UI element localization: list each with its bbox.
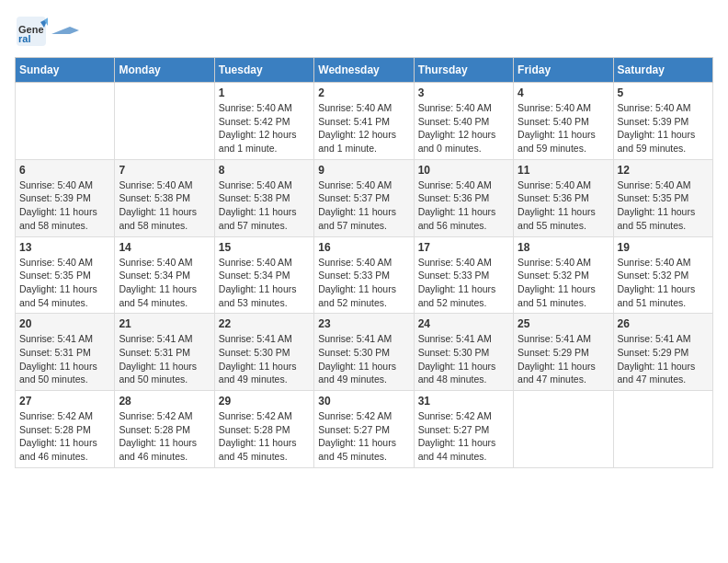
- day-number: 8: [219, 164, 310, 177]
- svg-marker-5: [51, 27, 79, 34]
- calendar-cell: 16Sunrise: 5:40 AMSunset: 5:33 PMDayligh…: [314, 236, 414, 314]
- day-number: 22: [219, 317, 310, 330]
- col-header-wednesday: Wednesday: [314, 58, 414, 83]
- calendar-cell: 5Sunrise: 5:40 AMSunset: 5:39 PMDaylight…: [613, 83, 712, 160]
- day-number: 19: [618, 241, 709, 254]
- day-detail: Sunrise: 5:40 AMSunset: 5:42 PMDaylight:…: [219, 101, 310, 155]
- day-detail: Sunrise: 5:42 AMSunset: 5:28 PMDaylight:…: [19, 409, 110, 464]
- page-header: Gene ral: [15, 15, 713, 48]
- calendar-week-row: 1Sunrise: 5:40 AMSunset: 5:42 PMDaylight…: [16, 83, 713, 160]
- day-number: 11: [518, 164, 609, 177]
- day-detail: Sunrise: 5:41 AMSunset: 5:29 PMDaylight:…: [518, 332, 609, 386]
- calendar-table: SundayMondayTuesdayWednesdayThursdayFrid…: [15, 57, 713, 468]
- calendar-cell: 6Sunrise: 5:40 AMSunset: 5:39 PMDaylight…: [16, 159, 115, 236]
- day-number: 13: [19, 241, 110, 254]
- calendar-cell: [115, 83, 214, 160]
- calendar-cell: 18Sunrise: 5:40 AMSunset: 5:32 PMDayligh…: [514, 236, 613, 314]
- calendar-cell: 14Sunrise: 5:40 AMSunset: 5:34 PMDayligh…: [115, 236, 214, 314]
- col-header-tuesday: Tuesday: [214, 58, 313, 83]
- calendar-cell: 31Sunrise: 5:42 AMSunset: 5:27 PMDayligh…: [414, 391, 513, 468]
- col-header-saturday: Saturday: [613, 58, 712, 83]
- day-number: 3: [418, 86, 509, 99]
- day-detail: Sunrise: 5:40 AMSunset: 5:32 PMDaylight:…: [518, 256, 609, 310]
- calendar-cell: 11Sunrise: 5:40 AMSunset: 5:36 PMDayligh…: [514, 159, 613, 236]
- calendar-cell: 20Sunrise: 5:41 AMSunset: 5:31 PMDayligh…: [16, 314, 115, 391]
- logo: Gene ral: [15, 15, 79, 48]
- calendar-cell: 9Sunrise: 5:40 AMSunset: 5:37 PMDaylight…: [314, 159, 414, 236]
- col-header-monday: Monday: [115, 58, 214, 83]
- day-number: 30: [318, 395, 409, 408]
- day-detail: Sunrise: 5:40 AMSunset: 5:33 PMDaylight:…: [318, 256, 409, 310]
- calendar-week-row: 13Sunrise: 5:40 AMSunset: 5:35 PMDayligh…: [16, 236, 713, 314]
- day-detail: Sunrise: 5:40 AMSunset: 5:41 PMDaylight:…: [318, 101, 409, 155]
- day-number: 1: [219, 86, 310, 99]
- day-detail: Sunrise: 5:41 AMSunset: 5:30 PMDaylight:…: [318, 332, 409, 386]
- day-number: 17: [418, 241, 509, 254]
- day-number: 23: [318, 317, 409, 330]
- day-number: 28: [119, 395, 210, 408]
- day-detail: Sunrise: 5:40 AMSunset: 5:38 PMDaylight:…: [119, 178, 210, 233]
- day-number: 16: [318, 241, 409, 254]
- calendar-cell: 29Sunrise: 5:42 AMSunset: 5:28 PMDayligh…: [214, 391, 313, 468]
- col-header-sunday: Sunday: [16, 58, 115, 83]
- calendar-cell: 15Sunrise: 5:40 AMSunset: 5:34 PMDayligh…: [214, 236, 313, 314]
- calendar-cell: 4Sunrise: 5:40 AMSunset: 5:40 PMDaylight…: [514, 83, 613, 160]
- day-detail: Sunrise: 5:40 AMSunset: 5:35 PMDaylight:…: [618, 178, 709, 233]
- calendar-cell: 17Sunrise: 5:40 AMSunset: 5:33 PMDayligh…: [414, 236, 513, 314]
- day-detail: Sunrise: 5:40 AMSunset: 5:40 PMDaylight:…: [418, 101, 509, 155]
- day-number: 25: [518, 317, 609, 330]
- logo-wing-icon: [51, 27, 79, 36]
- calendar-cell: 12Sunrise: 5:40 AMSunset: 5:35 PMDayligh…: [613, 159, 712, 236]
- calendar-cell: 3Sunrise: 5:40 AMSunset: 5:40 PMDaylight…: [414, 83, 513, 160]
- day-detail: Sunrise: 5:40 AMSunset: 5:34 PMDaylight:…: [219, 256, 310, 310]
- calendar-week-row: 27Sunrise: 5:42 AMSunset: 5:28 PMDayligh…: [16, 391, 713, 468]
- calendar-cell: 10Sunrise: 5:40 AMSunset: 5:36 PMDayligh…: [414, 159, 513, 236]
- day-number: 5: [618, 86, 709, 99]
- svg-text:ral: ral: [18, 33, 30, 44]
- day-detail: Sunrise: 5:40 AMSunset: 5:33 PMDaylight:…: [418, 256, 509, 310]
- day-number: 15: [219, 241, 310, 254]
- calendar-cell: 24Sunrise: 5:41 AMSunset: 5:30 PMDayligh…: [414, 314, 513, 391]
- calendar-cell: 23Sunrise: 5:41 AMSunset: 5:30 PMDayligh…: [314, 314, 414, 391]
- day-detail: Sunrise: 5:40 AMSunset: 5:35 PMDaylight:…: [19, 256, 110, 310]
- day-detail: Sunrise: 5:40 AMSunset: 5:38 PMDaylight:…: [219, 178, 310, 233]
- day-detail: Sunrise: 5:42 AMSunset: 5:28 PMDaylight:…: [219, 409, 310, 464]
- calendar-week-row: 20Sunrise: 5:41 AMSunset: 5:31 PMDayligh…: [16, 314, 713, 391]
- calendar-cell: 7Sunrise: 5:40 AMSunset: 5:38 PMDaylight…: [115, 159, 214, 236]
- day-detail: Sunrise: 5:41 AMSunset: 5:31 PMDaylight:…: [119, 332, 210, 386]
- day-number: 4: [518, 86, 609, 99]
- day-detail: Sunrise: 5:41 AMSunset: 5:30 PMDaylight:…: [219, 332, 310, 386]
- day-detail: Sunrise: 5:42 AMSunset: 5:27 PMDaylight:…: [418, 409, 509, 464]
- day-detail: Sunrise: 5:40 AMSunset: 5:37 PMDaylight:…: [318, 178, 409, 233]
- day-detail: Sunrise: 5:42 AMSunset: 5:27 PMDaylight:…: [318, 409, 409, 464]
- day-number: 7: [119, 164, 210, 177]
- day-number: 14: [119, 241, 210, 254]
- calendar-cell: [613, 391, 712, 468]
- day-number: 26: [618, 317, 709, 330]
- calendar-cell: 21Sunrise: 5:41 AMSunset: 5:31 PMDayligh…: [115, 314, 214, 391]
- calendar-cell: 13Sunrise: 5:40 AMSunset: 5:35 PMDayligh…: [16, 236, 115, 314]
- day-detail: Sunrise: 5:40 AMSunset: 5:36 PMDaylight:…: [418, 178, 509, 233]
- col-header-friday: Friday: [514, 58, 613, 83]
- day-number: 31: [418, 395, 509, 408]
- day-detail: Sunrise: 5:40 AMSunset: 5:34 PMDaylight:…: [119, 256, 210, 310]
- calendar-cell: [16, 83, 115, 160]
- day-number: 6: [19, 164, 110, 177]
- day-number: 2: [318, 86, 409, 99]
- calendar-cell: 1Sunrise: 5:40 AMSunset: 5:42 PMDaylight…: [214, 83, 313, 160]
- day-detail: Sunrise: 5:42 AMSunset: 5:28 PMDaylight:…: [119, 409, 210, 464]
- calendar-cell: 28Sunrise: 5:42 AMSunset: 5:28 PMDayligh…: [115, 391, 214, 468]
- calendar-cell: 22Sunrise: 5:41 AMSunset: 5:30 PMDayligh…: [214, 314, 313, 391]
- day-number: 29: [219, 395, 310, 408]
- day-detail: Sunrise: 5:40 AMSunset: 5:39 PMDaylight:…: [618, 101, 709, 155]
- calendar-header-row: SundayMondayTuesdayWednesdayThursdayFrid…: [16, 58, 713, 83]
- calendar-cell: 27Sunrise: 5:42 AMSunset: 5:28 PMDayligh…: [16, 391, 115, 468]
- day-number: 20: [19, 317, 110, 330]
- day-number: 21: [119, 317, 210, 330]
- day-detail: Sunrise: 5:40 AMSunset: 5:36 PMDaylight:…: [518, 178, 609, 233]
- day-number: 12: [618, 164, 709, 177]
- day-number: 18: [518, 241, 609, 254]
- calendar-cell: 19Sunrise: 5:40 AMSunset: 5:32 PMDayligh…: [613, 236, 712, 314]
- day-detail: Sunrise: 5:41 AMSunset: 5:31 PMDaylight:…: [19, 332, 110, 386]
- day-number: 10: [418, 164, 509, 177]
